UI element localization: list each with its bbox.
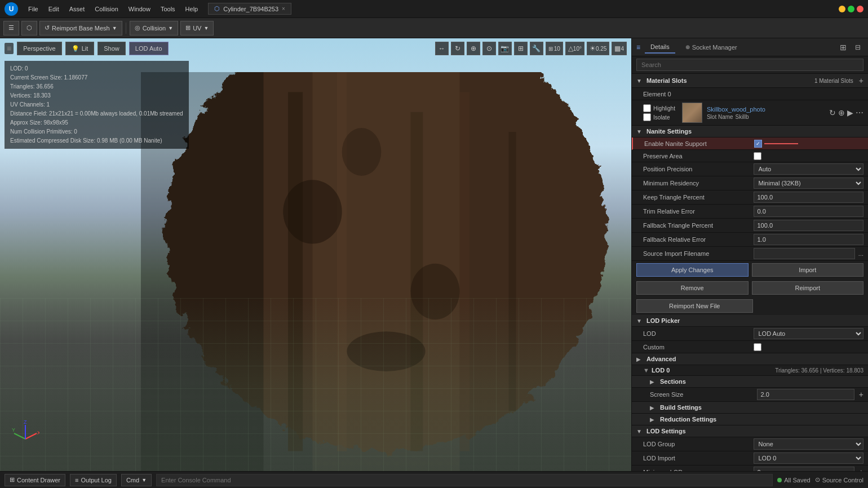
build-settings-header[interactable]: ▶ Build Settings <box>632 402 868 414</box>
apply-changes-button[interactable]: Apply Changes <box>636 263 749 277</box>
menu-help[interactable]: Help <box>181 3 203 15</box>
material-more-icon[interactable]: ⋯ <box>856 108 863 117</box>
advanced-header[interactable]: ▶ Advanced <box>632 353 868 365</box>
exposure-button[interactable]: ☀ 0.25 <box>587 42 609 55</box>
viewport-menu-icon[interactable]: ≡ <box>7 44 11 53</box>
viewport[interactable]: ≡ Perspective 💡 Lit Show LOD Auto ↔ ↻ ⊕ … <box>0 38 631 471</box>
menu-file[interactable]: File <box>24 3 43 15</box>
preserve-area-row: Preserve Area <box>632 150 868 162</box>
camera-icon[interactable]: 📷 <box>498 42 512 55</box>
source-control-status[interactable]: ⊙ Source Control <box>815 476 863 483</box>
view-mode-icon[interactable]: ⊙ <box>482 42 496 55</box>
menu-edit[interactable]: Edit <box>44 3 64 15</box>
close-button[interactable] <box>857 6 863 12</box>
filter-icon[interactable]: ⊟ <box>852 42 863 53</box>
maximize-button[interactable] <box>848 6 854 12</box>
apply-changes-label: Apply Changes <box>671 267 714 273</box>
view-count-button[interactable]: ▦ 4 <box>612 42 627 55</box>
fov-button[interactable]: △ 10° <box>565 42 584 55</box>
position-precision-value: Auto <box>754 163 864 175</box>
tab-close-icon[interactable]: × <box>282 6 285 12</box>
material-copy-icon[interactable]: ⊕ <box>838 108 845 117</box>
collision-button[interactable]: ◎ Collision ▼ <box>130 21 179 36</box>
socket-manager-tab[interactable]: ⊕ Socket Manager <box>680 42 743 53</box>
lod-auto-button[interactable]: LOD Auto <box>129 42 169 55</box>
rotate-icon[interactable]: ↻ <box>451 42 464 55</box>
grid-view-button[interactable]: ⊞ <box>838 42 849 53</box>
min-residency-select[interactable]: Minimal (32KB) <box>754 178 864 189</box>
camera-grid-button[interactable]: ⊞ 10 <box>546 42 563 55</box>
min-lod-input[interactable] <box>754 467 854 471</box>
output-log-label: Output Log <box>81 477 111 483</box>
remove-button[interactable]: Remove <box>636 281 749 295</box>
stat-screen-size: Current Screen Size: 1.186077 <box>10 73 183 82</box>
screen-size-input[interactable] <box>757 389 854 400</box>
lod-custom-checkbox[interactable] <box>754 343 761 351</box>
material-thumbnail[interactable] <box>682 103 702 123</box>
preserve-area-checkbox[interactable] <box>754 152 761 160</box>
cmd-button[interactable]: Cmd ▼ <box>121 474 152 486</box>
material-clear-icon[interactable]: ▶ <box>847 108 853 117</box>
trim-relative-input[interactable] <box>754 206 864 217</box>
fallback-triangle-input[interactable] <box>754 220 864 231</box>
menu-tools[interactable]: Tools <box>156 3 180 15</box>
asset-toolbar: ☰ ⬡ ↺ Reimport Base Mesh ▼ ◎ Collision ▼… <box>0 18 868 38</box>
source-import-browse-icon[interactable]: ... <box>858 250 863 257</box>
screen-size-add-icon[interactable]: + <box>859 390 863 399</box>
mesh-icon-button[interactable]: ⬡ <box>21 21 37 36</box>
lod-import-select[interactable]: LOD 0 <box>754 452 864 464</box>
grid-icon[interactable]: ⊞ <box>514 42 528 55</box>
reimport-mat-button[interactable]: Reimport <box>752 281 864 295</box>
menu-asset[interactable]: Asset <box>65 3 90 15</box>
material-slots-header[interactable]: ▼ Material Slots 1 Material Slots + <box>632 74 868 88</box>
import-button[interactable]: Import <box>752 263 864 277</box>
scale-icon[interactable]: ⊕ <box>467 42 480 55</box>
lod-import-label: LOD Import <box>643 455 754 462</box>
show-button[interactable]: Show <box>98 42 126 55</box>
all-saved-status: All Saved <box>777 476 810 483</box>
source-import-input[interactable] <box>754 248 855 259</box>
material-browse-icon[interactable]: ↻ <box>829 108 836 117</box>
position-precision-select[interactable]: Auto <box>754 163 864 175</box>
min-lod-add-icon[interactable]: + <box>859 468 863 471</box>
menu-collision[interactable]: Collision <box>90 3 123 15</box>
snap-icon[interactable]: 🔧 <box>530 42 543 55</box>
keep-triangle-input[interactable] <box>754 192 864 203</box>
sections-header[interactable]: ▶ Sections <box>632 376 868 388</box>
bottom-right: All Saved ⊙ Source Control <box>777 476 863 483</box>
isolate-label: Isolate <box>653 114 670 121</box>
lod0-vertices: Vertices: 18.803 <box>823 367 863 374</box>
lod-settings-header[interactable]: ▼ LOD Settings <box>632 425 868 437</box>
material-slots-add-icon[interactable]: + <box>859 76 863 85</box>
hamburger-menu-button[interactable]: ☰ <box>3 21 19 36</box>
output-log-button[interactable]: ≡ Output Log <box>70 474 117 486</box>
content-drawer-button[interactable]: ⊞ Content Drawer <box>5 474 65 486</box>
isolate-checkbox[interactable] <box>643 113 651 121</box>
lit-button[interactable]: 💡 Lit <box>65 42 95 55</box>
console-input[interactable] <box>156 474 773 486</box>
lod-group-select[interactable]: None <box>754 438 864 450</box>
vp-tools-right: ↔ ↻ ⊕ ⊙ 📷 ⊞ 🔧 ⊞ 10 △ 10° ☀ 0.25 <box>435 42 627 55</box>
perspective-button[interactable]: Perspective <box>17 42 61 55</box>
reimport-new-button[interactable]: Reimport New File <box>636 299 753 313</box>
reimport-button[interactable]: ↺ Reimport Base Mesh ▼ <box>39 21 122 36</box>
menu-window[interactable]: Window <box>124 3 155 15</box>
material-checkboxes: Highlight Isolate <box>643 104 675 121</box>
details-tab[interactable]: Details <box>645 41 675 54</box>
translate-icon[interactable]: ↔ <box>435 42 449 55</box>
nanite-settings-header[interactable]: ▼ Nanite Settings <box>632 126 868 137</box>
lod0-expand-icon[interactable]: ▼ <box>643 367 649 374</box>
details-header: ≡ Details ⊕ Socket Manager ⊞ ⊟ <box>632 38 868 56</box>
minimize-button[interactable] <box>839 6 845 12</box>
stat-collision: Num Collision Primitives: 0 <box>10 127 183 136</box>
highlight-checkbox[interactable] <box>643 104 651 112</box>
lod-picker-header[interactable]: ▼ LOD Picker <box>632 315 868 327</box>
reduction-settings-header[interactable]: ▶ Reduction Settings <box>632 414 868 425</box>
fallback-relative-input[interactable] <box>754 234 864 245</box>
search-input[interactable] <box>636 59 863 71</box>
lod-select[interactable]: LOD Auto <box>754 328 864 339</box>
uv-label: UV <box>193 25 201 32</box>
enable-nanite-checkbox[interactable]: ✓ <box>754 140 762 148</box>
uv-button[interactable]: ⊞ UV ▼ <box>180 21 214 36</box>
asset-tab[interactable]: ⬡ Cylinder_7B94B253 × <box>208 3 291 15</box>
